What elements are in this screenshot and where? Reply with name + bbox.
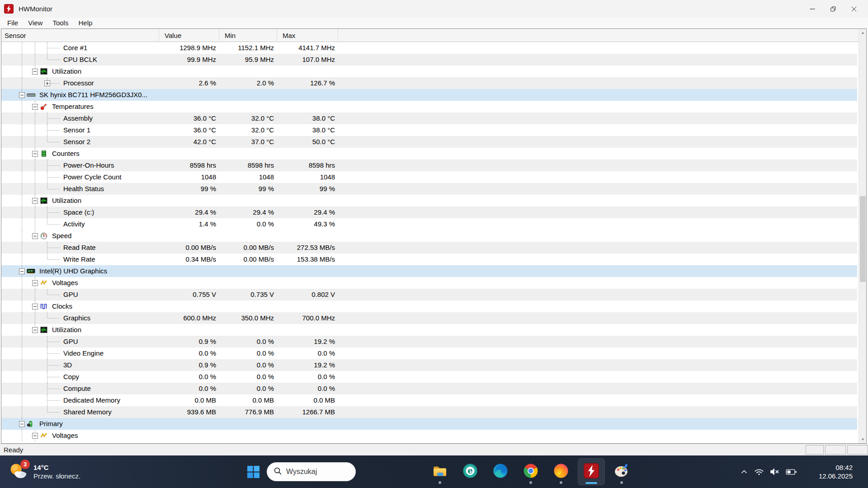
tree-row[interactable]: Speed — [1, 230, 857, 242]
notification-badge: 3 — [20, 460, 30, 469]
taskbar-app-firefox[interactable] — [547, 458, 575, 485]
tree-row[interactable]: Intel(R) UHD Graphics — [1, 265, 857, 277]
search-box[interactable] — [267, 462, 356, 481]
collapse-icon[interactable] — [19, 421, 25, 427]
chevron-up-icon[interactable] — [740, 467, 749, 476]
tree-row[interactable]: Power Cycle Count104810481048 — [1, 171, 857, 183]
tree-row[interactable]: Voltages — [1, 430, 857, 441]
tree-row[interactable]: Copy0.0 %0.0 %0.0 % — [1, 371, 857, 383]
sensor-label: Graphics — [63, 312, 90, 324]
collapse-icon[interactable] — [32, 432, 38, 438]
collapse-icon[interactable] — [32, 197, 38, 203]
menu-tools[interactable]: Tools — [47, 18, 73, 28]
menu-file[interactable]: File — [2, 18, 23, 28]
column-header-max[interactable]: Max — [277, 29, 338, 42]
tree-row[interactable]: Write Rate0.34 MB/s0.00 MB/s153.38 MB/s — [1, 253, 857, 265]
min-cell: 2.0 % — [219, 77, 277, 89]
tree-guide-line — [35, 183, 35, 195]
tree-row[interactable]: Read Rate0.00 MB/s0.00 MB/s272.53 MB/s — [1, 242, 857, 253]
collapse-icon[interactable] — [32, 150, 38, 156]
tree-row[interactable]: Counters — [1, 148, 857, 160]
collapse-icon[interactable] — [32, 303, 38, 309]
taskbar-app-eset[interactable]: e — [457, 458, 484, 485]
sensor-label: Read Rate — [63, 242, 96, 253]
weather-widget[interactable]: 3 14°C Przew. słonecz. — [8, 455, 80, 488]
collapse-icon[interactable] — [32, 103, 38, 109]
menu-view[interactable]: View — [23, 18, 47, 28]
tree-row[interactable]: Dedicated Memory0.0 MB0.0 MB0.0 MB — [1, 394, 857, 406]
min-cell: 37.0 °C — [219, 136, 277, 148]
taskbar-app-edge[interactable] — [487, 458, 514, 485]
tree-row[interactable]: Activity1.4 %0.0 %49.3 % — [1, 218, 857, 230]
collapse-icon[interactable] — [32, 327, 38, 333]
tree-row[interactable]: Utilization — [1, 66, 857, 77]
tree-row[interactable]: Power-On-Hours8598 hrs8598 hrs8598 hrs — [1, 160, 857, 171]
tree-connector-stub — [47, 224, 60, 225]
tree-guide-line — [22, 394, 22, 406]
scrollbar-thumb[interactable] — [860, 196, 866, 282]
scroll-down-icon[interactable]: ▼ — [859, 436, 867, 443]
value-cell: 1298.9 MHz — [159, 42, 219, 54]
value-cell: 0.0 % — [159, 371, 219, 383]
sensor-label: Counters — [52, 148, 80, 160]
volume-mute-icon[interactable] — [769, 467, 780, 477]
taskbar-clock[interactable]: 08:42 12.06.2025 — [819, 463, 853, 480]
value-cell: 42.0 °C — [159, 136, 219, 148]
tree-row[interactable]: GPU0.755 V0.735 V0.802 V — [1, 289, 857, 300]
collapse-icon[interactable] — [19, 92, 25, 98]
tree-row[interactable]: GPU0.9 %0.0 %19.2 % — [1, 336, 857, 347]
taskbar-app-paint[interactable] — [608, 458, 635, 485]
wifi-icon[interactable] — [754, 467, 764, 477]
tree-row[interactable]: Core #11298.9 MHz1152.1 MHz4141.7 MHz — [1, 42, 857, 54]
column-header-min[interactable]: Min — [219, 29, 277, 42]
tree-row[interactable]: Temperatures — [1, 101, 857, 113]
tree-guide-line — [22, 300, 22, 312]
tree-row[interactable]: SK hynix BC711 HFM256GD3JX0... — [1, 89, 857, 101]
chrome-icon — [523, 463, 538, 480]
search-input[interactable] — [286, 468, 349, 476]
battery-icon[interactable] — [786, 469, 797, 475]
tree-connector-line — [47, 183, 47, 189]
tree-row[interactable]: Sensor 136.0 °C32.0 °C38.0 °C — [1, 124, 857, 136]
collapse-icon[interactable] — [19, 268, 25, 274]
close-button[interactable] — [844, 0, 864, 18]
sensor-label: Dedicated Memory — [63, 394, 120, 406]
tree-row[interactable]: Space (c:)29.4 %29.4 %29.4 % — [1, 206, 857, 218]
status-pane — [847, 445, 868, 455]
collapse-icon[interactable] — [32, 280, 38, 286]
tree-row[interactable]: Utilization — [1, 324, 857, 336]
start-button[interactable] — [242, 461, 264, 483]
tree-connector-line — [47, 218, 47, 224]
tree-connector-stub — [47, 318, 60, 319]
expand-icon[interactable] — [44, 80, 50, 86]
tree-row[interactable]: Sensor 242.0 °C37.0 °C50.0 °C — [1, 136, 857, 148]
tree-row[interactable]: Voltages — [1, 277, 857, 289]
tree-guide-line — [22, 124, 22, 136]
tree-row[interactable]: Assembly36.0 °C32.0 °C38.0 °C — [1, 113, 857, 124]
tree-row[interactable]: Video Engine0.0 %0.0 %0.0 % — [1, 347, 857, 359]
tree-row[interactable]: Compute0.0 %0.0 %0.0 % — [1, 383, 857, 394]
tree-row[interactable]: Primary — [1, 418, 857, 430]
min-cell: 0.0 % — [219, 218, 277, 230]
tree-guide-line — [22, 218, 22, 230]
tree-row[interactable]: Graphics600.0 MHz350.0 MHz700.0 MHz — [1, 312, 857, 324]
collapse-icon[interactable] — [32, 68, 38, 74]
tree-row[interactable]: Processor2.6 %2.0 %126.7 % — [1, 77, 857, 89]
vertical-scrollbar[interactable]: ▲ ▼ — [859, 29, 866, 443]
tree-row[interactable]: Utilization — [1, 195, 857, 206]
scroll-up-icon[interactable]: ▲ — [859, 29, 867, 37]
tree-row[interactable]: Health Status99 %99 %99 % — [1, 183, 857, 195]
tree-row[interactable]: Shared Memory939.6 MB776.9 MB1266.7 MB — [1, 406, 857, 418]
tree-row[interactable]: Clocks — [1, 300, 857, 312]
taskbar-app-chrome[interactable] — [517, 458, 544, 485]
taskbar-app-file-explorer[interactable] — [426, 458, 453, 485]
minimize-button[interactable] — [802, 0, 823, 18]
menu-help[interactable]: Help — [73, 18, 97, 28]
column-header-value[interactable]: Value — [159, 29, 219, 42]
taskbar-app-hwmonitor[interactable] — [578, 458, 605, 485]
column-header-sensor[interactable]: Sensor — [1, 29, 159, 42]
collapse-icon[interactable] — [32, 233, 38, 239]
tree-row[interactable]: CPU BCLK99.9 MHz95.9 MHz107.0 MHz — [1, 54, 857, 66]
restore-button[interactable] — [823, 0, 844, 18]
tree-row[interactable]: 3D0.9 %0.0 %19.2 % — [1, 359, 857, 371]
